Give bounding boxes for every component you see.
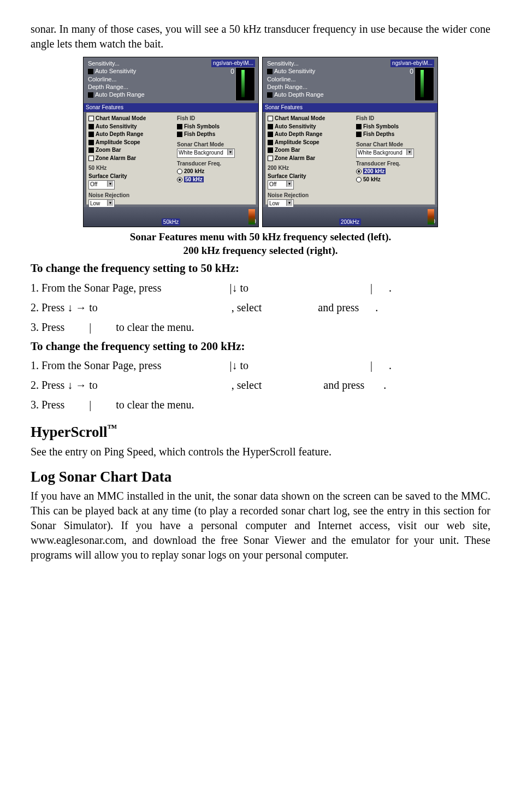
heading-200khz: To change the frequency setting to 200 k… bbox=[31, 339, 490, 354]
log-sonar-text: If you have an MMC installed in the unit… bbox=[31, 489, 490, 562]
menu-auto-sensitivity: Auto Sensitivity bbox=[267, 67, 324, 75]
noise-rejection-label: Noise Rejection bbox=[88, 192, 173, 200]
chevron-down-icon: ▾ bbox=[107, 200, 113, 206]
transducer-freq-heading: Transducer Freq. bbox=[356, 160, 433, 168]
step-3: 3. Press | to clear the menu. bbox=[31, 318, 490, 336]
zone-alarm-bar[interactable]: Zone Alarm Bar bbox=[268, 155, 352, 163]
menu-depth-range: Depth Range... bbox=[88, 83, 145, 91]
sonar-chart-mode-select[interactable]: White Background▾ bbox=[356, 149, 414, 158]
surface-clarity-select[interactable]: Off▾ bbox=[88, 180, 115, 189]
freq-heading-50: 50 KHz bbox=[88, 164, 173, 173]
chevron-down-icon: ▾ bbox=[406, 149, 412, 155]
fish-id-heading: Fish ID bbox=[177, 115, 253, 123]
step-3b: 3. Press | to clear the menu. bbox=[31, 395, 490, 414]
step-1: 1. From the Sonar Page, press |↓ to | . bbox=[31, 278, 490, 297]
chevron-down-icon: ▾ bbox=[286, 200, 292, 206]
path-tag: ngs\van-eby\M... bbox=[211, 60, 255, 67]
menu-depth-range: Depth Range... bbox=[267, 83, 324, 91]
path-tag: ngs\van-eby\M... bbox=[390, 60, 434, 67]
sonar-features-bar: Sonar Features bbox=[263, 103, 437, 112]
noise-rejection-label: Noise Rejection bbox=[268, 192, 352, 200]
intro-text: sonar. In many of those cases, you will … bbox=[31, 22, 490, 51]
step-1b: 1. From the Sonar Page, press |↓ to | . bbox=[31, 356, 490, 375]
menu-auto-depth: Auto Depth Range bbox=[267, 91, 324, 98]
sonar-chart-mode-select[interactable]: White Background▾ bbox=[177, 149, 235, 158]
step-2b: 2. Press ↓ → to , select and press . bbox=[31, 376, 490, 394]
color-bar-icon bbox=[248, 209, 255, 224]
menu-sensitivity: Sensitivity... bbox=[267, 60, 324, 67]
zone-alarm-bar[interactable]: Zone Alarm Bar bbox=[88, 155, 173, 163]
fish-symbols[interactable]: Fish Symbols bbox=[356, 123, 433, 131]
sonar-features-panel: Chart Manual Mode Auto Sensitivity Auto … bbox=[86, 112, 256, 205]
menu-auto-sensitivity: Auto Sensitivity bbox=[88, 67, 145, 75]
sonar-features-panel: Chart Manual Mode Auto Sensitivity Auto … bbox=[265, 112, 435, 205]
surface-clarity-label: Surface Clarity bbox=[88, 173, 173, 181]
color-bar-icon bbox=[428, 209, 434, 224]
sonar-screenshot-right: Sensitivity... Auto Sensitivity Colorlin… bbox=[262, 57, 438, 227]
fish-symbols[interactable]: Fish Symbols bbox=[177, 123, 253, 131]
preview-thumb bbox=[415, 67, 434, 101]
menu-sensitivity: Sensitivity... bbox=[88, 60, 145, 67]
preview-thumb bbox=[235, 67, 255, 101]
surface-clarity-label: Surface Clarity bbox=[268, 173, 352, 181]
chart-manual-mode[interactable]: Chart Manual Mode bbox=[268, 115, 352, 123]
radio-50khz[interactable]: 50 kHz bbox=[356, 176, 433, 184]
amplitude-scope[interactable]: Amplitude Scope bbox=[88, 139, 173, 147]
auto-depth-range[interactable]: Auto Depth Range bbox=[268, 131, 352, 139]
freq-heading-200: 200 KHz bbox=[268, 164, 352, 173]
fish-depths[interactable]: Fish Depths bbox=[177, 131, 253, 139]
menu-colorline: Colorline... bbox=[88, 75, 145, 83]
chevron-down-icon: ▾ bbox=[227, 149, 233, 155]
zoom-bar[interactable]: Zoom Bar bbox=[88, 146, 173, 155]
chevron-down-icon: ▾ bbox=[107, 181, 113, 187]
freq-badge: 200kHz bbox=[339, 218, 361, 226]
auto-sensitivity[interactable]: Auto Sensitivity bbox=[88, 123, 173, 131]
amplitude-scope[interactable]: Amplitude Scope bbox=[268, 139, 352, 147]
echo-strip: 200kHz 60 bbox=[263, 207, 437, 227]
fish-depths[interactable]: Fish Depths bbox=[356, 131, 433, 139]
radio-200khz[interactable]: 200 kHz bbox=[177, 168, 253, 176]
fish-id-heading: Fish ID bbox=[356, 115, 433, 123]
sonar-screenshot-left: Sensitivity... Auto Sensitivity Colorlin… bbox=[83, 57, 259, 227]
top-menu: Sensitivity... Auto Sensitivity Colorlin… bbox=[267, 60, 324, 98]
sonar-chart-mode-heading: Sonar Chart Mode bbox=[177, 141, 253, 149]
menu-colorline: Colorline... bbox=[267, 75, 324, 83]
screenshot-pair: Sensitivity... Auto Sensitivity Colorlin… bbox=[31, 57, 490, 227]
heading-log-sonar: Log Sonar Chart Data bbox=[31, 467, 490, 487]
echo-strip: 50kHz 60 bbox=[84, 207, 258, 227]
sonar-features-bar: Sonar Features bbox=[84, 103, 258, 112]
auto-depth-range[interactable]: Auto Depth Range bbox=[88, 131, 173, 139]
surface-clarity-select[interactable]: Off▾ bbox=[268, 180, 294, 189]
zero-label: 0 bbox=[230, 67, 234, 76]
top-menu: Sensitivity... Auto Sensitivity Colorlin… bbox=[88, 60, 145, 98]
hyperscroll-text: See the entry on Ping Speed, which contr… bbox=[31, 444, 490, 459]
heading-hyperscroll: HyperScroll™ bbox=[31, 422, 490, 442]
transducer-freq-heading: Transducer Freq. bbox=[177, 160, 253, 168]
step-2: 2. Press ↓ → to , select and press . bbox=[31, 298, 490, 317]
heading-50khz: To change the frequency setting to 50 kH… bbox=[31, 260, 490, 276]
sonar-chart-mode-heading: Sonar Chart Mode bbox=[356, 141, 433, 149]
auto-sensitivity[interactable]: Auto Sensitivity bbox=[268, 123, 352, 131]
radio-200khz[interactable]: 200 kHz bbox=[356, 168, 433, 176]
zoom-bar[interactable]: Zoom Bar bbox=[268, 146, 352, 155]
chart-manual-mode[interactable]: Chart Manual Mode bbox=[88, 115, 173, 123]
menu-auto-depth: Auto Depth Range bbox=[88, 91, 145, 98]
trademark-icon: ™ bbox=[107, 423, 117, 434]
radio-50khz[interactable]: 50 kHz bbox=[177, 176, 253, 184]
chevron-down-icon: ▾ bbox=[286, 181, 292, 187]
freq-badge: 50kHz bbox=[162, 218, 180, 226]
figure-caption: Sonar Features menu with 50 kHz frequenc… bbox=[31, 230, 490, 257]
zero-label: 0 bbox=[410, 67, 413, 76]
